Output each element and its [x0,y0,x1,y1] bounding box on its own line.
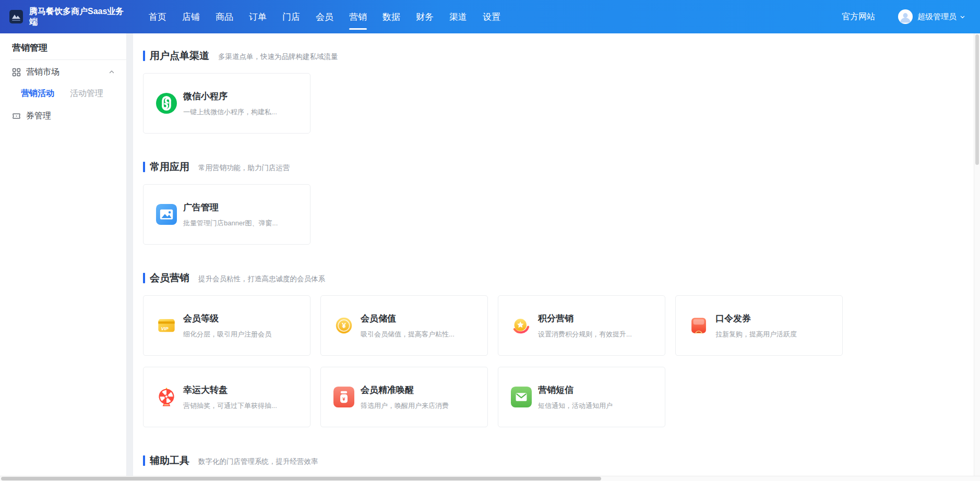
section-subtitle: 提升会员粘性，打造高忠诚度的会员体系 [198,273,325,284]
chevron-up-icon [109,69,115,75]
vertical-scrollbar-thumb[interactable] [975,34,979,165]
main-content: 用户点单渠道多渠道点单，快速为品牌构建私域流量微信小程序一键上线微信小程序，构建… [133,33,974,476]
card-grid: 微信小程序一键上线微信小程序，构建私... [143,73,974,134]
section-title: 用户点单渠道 [150,49,209,63]
sidebar-subitem-0-0[interactable]: 营销活动 [21,88,54,99]
section-header: 用户点单渠道多渠道点单，快速为品牌构建私域流量 [143,50,974,62]
card-desc: 一键上线微信小程序，构建私... [183,107,277,117]
card-desc: 营销抽奖，可通过下单获得抽... [183,401,277,411]
card-desc: 设置消费积分规则，有效提升... [538,330,632,339]
card-text: 广告管理批量管理门店banner图、弹窗... [183,201,278,228]
section-subtitle: 多渠道点单，快速为品牌构建私域流量 [218,51,338,62]
card-title: 口令发券 [715,312,797,324]
nav-tab-0[interactable]: 首页 [141,0,174,33]
nav-tab-2[interactable]: 商品 [208,0,241,33]
main-nav: 首页店铺商品订单门店会员营销数据财务渠道设置 [141,0,508,33]
section-accent-bar [143,162,145,172]
sidebar-item-label: 券管理 [26,111,51,122]
feature-card-sms-marketing[interactable]: 营销短信短信通知，活动通知用户 [498,367,665,427]
nav-tab-10[interactable]: 设置 [475,0,508,33]
card-text: 会员储值吸引会员储值，提高客户粘性... [361,312,455,339]
feature-card-password-coupon[interactable]: 口令发券拉新复购，提高用户活跃度 [675,295,843,356]
member-wake-icon: ¥ [333,387,354,407]
card-title: 会员精准唤醒 [361,384,449,396]
official-site-link[interactable]: 官方网站 [842,11,875,22]
card-text: 幸运大转盘营销抽奖，可通过下单获得抽... [183,384,277,411]
card-desc: 批量管理门店banner图、弹窗... [183,219,278,228]
card-title: 会员等级 [183,312,271,324]
section-title: 辅助工具 [150,454,189,467]
section-title: 常用应用 [150,160,189,174]
stored-value-icon: ¥ [333,315,354,336]
divider [10,59,126,60]
wechat-miniprogram-icon [156,93,177,114]
vertical-scrollbar [974,33,980,476]
avatar-icon [898,9,913,24]
section-header: 常用应用常用营销功能，助力门店运营 [143,161,974,173]
card-text: 积分营销设置消费积分规则，有效提升... [538,312,632,339]
card-desc: 筛选用户，唤醒用户来店消费 [361,401,449,411]
section-header: 辅助工具数字化的门店管理系统，提升经营效率 [143,454,974,467]
feature-card-wechat-miniprogram[interactable]: 微信小程序一键上线微信小程序，构建私... [143,73,310,134]
nav-tab-9[interactable]: 渠道 [441,0,475,33]
card-text: 会员等级细化分层，吸引用户注册会员 [183,312,271,339]
password-coupon-icon [688,315,709,336]
sidebar-subitem-0-1[interactable]: 活动管理 [70,88,103,99]
user-menu[interactable]: 超级管理员 [898,9,965,24]
section-subtitle: 常用营销功能，助力门店运营 [198,162,290,173]
card-desc: 吸引会员储值，提高客户粘性... [361,330,455,339]
feature-card-points-marketing[interactable]: 积分营销设置消费积分规则，有效提升... [498,295,665,356]
nav-tab-4[interactable]: 门店 [274,0,308,33]
brand-title: 腾马餐饮多商户Saas业务端 [29,6,126,27]
card-title: 广告管理 [183,201,278,213]
vip-level-icon: VIP [156,315,177,336]
svg-text:¥: ¥ [342,396,345,402]
brand: 腾马餐饮多商户Saas业务端 [9,6,126,27]
card-desc: 短信通知，活动通知用户 [538,401,613,411]
feature-card-member-wake[interactable]: ¥会员精准唤醒筛选用户，唤醒用户来店消费 [320,367,488,427]
sidebar-item-label: 营销市场 [26,67,59,78]
user-name: 超级管理员 [917,12,957,22]
sidebar: 营销管理 营销市场营销活动活动管理券管理 [0,33,127,476]
grid-icon [12,68,21,77]
card-title: 微信小程序 [183,90,277,102]
brand-logo-icon [9,10,23,23]
top-header: 腾马餐饮多商户Saas业务端 首页店铺商品订单门店会员营销数据财务渠道设置 官方… [0,0,980,33]
header-right: 官方网站 超级管理员 [842,9,980,24]
card-title: 积分营销 [538,312,632,324]
chevron-down-icon [960,14,965,20]
nav-tab-1[interactable]: 店铺 [174,0,208,33]
sidebar-title: 营销管理 [12,42,126,54]
sidebar-item-1[interactable]: 券管理 [0,105,126,127]
card-desc: 拉新复购，提高用户活跃度 [715,330,797,339]
horizontal-scrollbar [0,476,980,481]
section-header: 会员营销提升会员粘性，打造高忠诚度的会员体系 [143,272,974,284]
nav-tab-7[interactable]: 数据 [375,0,408,33]
card-text: 微信小程序一键上线微信小程序，构建私... [183,90,277,117]
ticket-icon [12,112,21,121]
sidebar-submenu: 营销活动活动管理 [0,83,126,104]
section-accent-bar [143,51,145,61]
nav-tab-6[interactable]: 营销 [341,0,375,33]
card-title: 会员储值 [361,312,455,324]
card-text: 营销短信短信通知，活动通知用户 [538,384,613,411]
svg-text:VIP: VIP [161,326,169,331]
card-text: 会员精准唤醒筛选用户，唤醒用户来店消费 [361,384,449,411]
svg-text:¥: ¥ [342,321,346,330]
nav-tab-3[interactable]: 订单 [241,0,274,33]
nav-tab-5[interactable]: 会员 [308,0,341,33]
card-grid: VIP会员等级细化分层，吸引用户注册会员¥会员储值吸引会员储值，提高客户粘性..… [143,295,974,427]
horizontal-scrollbar-thumb[interactable] [1,477,601,480]
feature-card-stored-value[interactable]: ¥会员储值吸引会员储值，提高客户粘性... [320,295,488,356]
feature-card-ad-manage[interactable]: 广告管理批量管理门店banner图、弹窗... [143,184,310,245]
ad-manage-icon [156,204,177,225]
feature-card-vip-level[interactable]: VIP会员等级细化分层，吸引用户注册会员 [143,295,310,356]
feature-card-lucky-wheel[interactable]: 幸运大转盘营销抽奖，可通过下单获得抽... [143,367,310,427]
section-accent-bar [143,455,145,466]
sidebar-menu: 营销市场营销活动活动管理券管理 [0,61,126,127]
card-title: 幸运大转盘 [183,384,277,396]
lucky-wheel-icon [156,387,177,407]
sidebar-item-0[interactable]: 营销市场 [0,61,126,83]
nav-tab-8[interactable]: 财务 [408,0,441,33]
card-title: 营销短信 [538,384,613,396]
